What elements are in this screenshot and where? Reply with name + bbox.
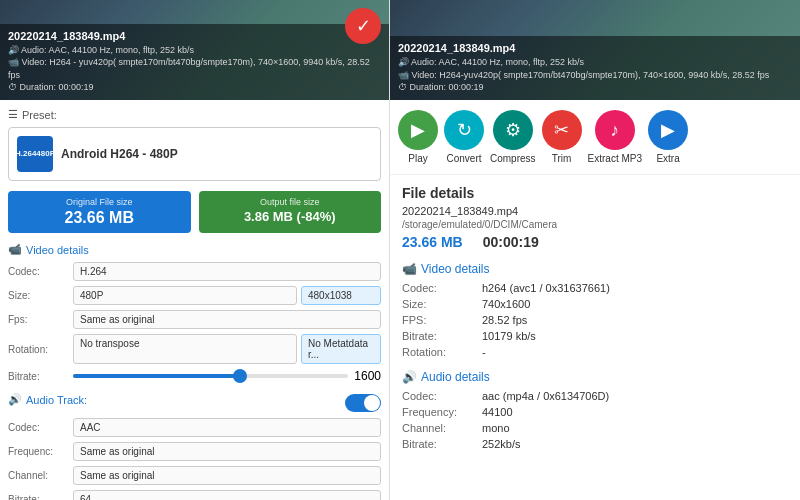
- right-speaker-icon: 🔊: [402, 370, 417, 384]
- action-bar: ▶ Play ↻ Convert ⚙ Compress ✂ Trim ♪ Ext…: [390, 100, 800, 175]
- right-content: File details 20220214_183849.mp4 /storag…: [390, 175, 800, 500]
- convert-icon: ↻: [444, 110, 484, 150]
- right-size-row: Size: 740x1600: [402, 298, 788, 310]
- right-thumbnail-overlay: 20220214_183849.mp4 🔊 Audio: AAC, 44100 …: [390, 36, 800, 100]
- audio-toggle[interactable]: [345, 394, 381, 412]
- codec-label: Codec:: [8, 266, 73, 277]
- right-codec-label: Codec:: [402, 282, 482, 294]
- left-thumbnail: 20220214_183849.mp4 🔊 Audio: AAC, 44100 …: [0, 0, 389, 100]
- size-input-1[interactable]: 480P: [73, 286, 297, 305]
- left-video-title: 20220214_183849.mp4: [8, 30, 381, 42]
- audio-freq-label: Frequenc:: [8, 446, 73, 457]
- right-audio-detail-table: Codec: aac (mp4a / 0x6134706D) Frequency…: [402, 390, 788, 450]
- convert-button[interactable]: ↻ Convert: [444, 110, 484, 164]
- size-row: Original File size 23.66 MB Output file …: [8, 191, 381, 233]
- speaker-icon: 🔊: [8, 393, 22, 406]
- play-icon: ▶: [398, 110, 438, 150]
- size-input-2[interactable]: 480x1038: [301, 286, 381, 305]
- audio-channel-value: Same as original: [73, 466, 381, 485]
- compress-icon: ⚙: [493, 110, 533, 150]
- right-rotation-row: Rotation: -: [402, 346, 788, 358]
- original-size-value: 23.66 MB: [18, 209, 181, 227]
- preset-box[interactable]: H.264 480P Android H264 - 480P: [8, 127, 381, 181]
- right-audio-bitrate-label: Bitrate:: [402, 438, 482, 450]
- video-details-title: 📹 Video details: [8, 243, 381, 256]
- right-video-title: 20220214_183849.mp4: [398, 42, 792, 54]
- right-audio-details-title: 🔊 Audio details: [402, 370, 788, 384]
- preset-name: Android H264 - 480P: [61, 147, 178, 161]
- camera-icon: 📹: [8, 243, 22, 256]
- compress-label: Compress: [490, 153, 536, 164]
- rotation-input-2[interactable]: No Metatdata r...: [301, 334, 381, 364]
- toggle-knob: [364, 395, 380, 411]
- confirm-button[interactable]: ✓: [345, 8, 381, 44]
- right-audio-channel-label: Channel:: [402, 422, 482, 434]
- play-button[interactable]: ▶ Play: [398, 110, 438, 164]
- rotation-input-row: No transpose No Metatdata r...: [73, 334, 381, 364]
- bitrate-slider-thumb[interactable]: [233, 369, 247, 383]
- right-rotation-label: Rotation:: [402, 346, 482, 358]
- output-size-value: 3.86 MB (-84%): [209, 209, 372, 224]
- original-size-box: Original File size 23.66 MB: [8, 191, 191, 233]
- compress-button[interactable]: ⚙ Compress: [490, 110, 536, 164]
- file-name: 20220214_183849.mp4: [402, 205, 788, 217]
- video-detail-table: Codec: H.264 Size: 480P 480x1038 Fps: Sa…: [8, 262, 381, 383]
- audio-freq-input[interactable]: Same as original: [73, 442, 381, 461]
- audio-section: 🔊 Audio Track: Codec: AAC Frequenc:: [8, 393, 381, 500]
- rotation-input-1[interactable]: No transpose: [73, 334, 297, 364]
- bitrate-value: 1600: [73, 369, 381, 383]
- extra-button[interactable]: ▶ Extra: [648, 110, 688, 164]
- size-input-row: 480P 480x1038: [73, 286, 381, 305]
- right-bitrate-label: Bitrate:: [402, 330, 482, 342]
- right-thumbnail: 20220214_183849.mp4 🔊 Audio: AAC, 44100 …: [390, 0, 800, 100]
- right-video-detail-table: Codec: h264 (avc1 / 0x31637661) Size: 74…: [402, 282, 788, 358]
- fps-label: Fps:: [8, 314, 73, 325]
- fps-input[interactable]: Same as original: [73, 310, 381, 329]
- play-label: Play: [408, 153, 427, 164]
- audio-freq-row: Frequenc: Same as original: [8, 442, 381, 461]
- bitrate-slider-row: 1600: [73, 369, 381, 383]
- right-audio-codec-row: Codec: aac (mp4a / 0x6134706D): [402, 390, 788, 402]
- bitrate-label: Bitrate:: [8, 371, 73, 382]
- right-video-meta-video: 📹 Video: H264-yuv420p( smpte170m/bt470bg…: [398, 69, 792, 82]
- right-codec-row: Codec: h264 (avc1 / 0x31637661): [402, 282, 788, 294]
- size-label: Size:: [8, 290, 73, 301]
- audio-channel-input[interactable]: Same as original: [73, 466, 381, 485]
- right-rotation-value: -: [482, 346, 486, 358]
- left-video-meta-audio: 🔊 Audio: AAC, 44100 Hz, mono, fltp, 252 …: [8, 44, 381, 57]
- extract-mp3-button[interactable]: ♪ Extract MP3: [588, 110, 642, 164]
- preset-label: ☰ Preset:: [8, 108, 381, 121]
- output-size-label: Output file size: [209, 197, 372, 207]
- right-audio-bitrate-value: 252kb/s: [482, 438, 521, 450]
- left-panel: 20220214_183849.mp4 🔊 Audio: AAC, 44100 …: [0, 0, 390, 500]
- right-fps-row: FPS: 28.52 fps: [402, 314, 788, 326]
- audio-bitrate-input[interactable]: 64: [73, 490, 381, 500]
- right-audio-channel-row: Channel: mono: [402, 422, 788, 434]
- codec-row: Codec: H.264: [8, 262, 381, 281]
- menu-icon: ☰: [8, 108, 18, 121]
- audio-track-title: 🔊 Audio Track:: [8, 393, 87, 406]
- bitrate-row: Bitrate: 1600: [8, 369, 381, 383]
- left-thumbnail-overlay: 20220214_183849.mp4 🔊 Audio: AAC, 44100 …: [0, 24, 389, 100]
- file-duration: 00:00:19: [483, 234, 539, 250]
- trim-button[interactable]: ✂ Trim: [542, 110, 582, 164]
- trim-icon: ✂: [542, 110, 582, 150]
- right-size-label: Size:: [402, 298, 482, 310]
- output-size-box: Output file size 3.86 MB (-84%): [199, 191, 382, 233]
- right-panel: 20220214_183849.mp4 🔊 Audio: AAC, 44100 …: [390, 0, 800, 500]
- fps-row: Fps: Same as original: [8, 310, 381, 329]
- trim-label: Trim: [552, 153, 572, 164]
- codec-value: H.264: [73, 262, 381, 281]
- audio-codec-row: Codec: AAC: [8, 418, 381, 437]
- right-video-meta-audio: 🔊 Audio: AAC, 44100 Hz, mono, fltp, 252 …: [398, 56, 792, 69]
- audio-freq-value: Same as original: [73, 442, 381, 461]
- file-stats: 23.66 MB 00:00:19: [402, 234, 788, 250]
- right-size-value: 740x1600: [482, 298, 530, 310]
- codec-input[interactable]: H.264: [73, 262, 381, 281]
- right-fps-label: FPS:: [402, 314, 482, 326]
- bitrate-value-label: 1600: [354, 369, 381, 383]
- bitrate-slider-track[interactable]: [73, 374, 348, 378]
- right-bitrate-value: 10179 kb/s: [482, 330, 536, 342]
- audio-codec-input[interactable]: AAC: [73, 418, 381, 437]
- extra-icon: ▶: [648, 110, 688, 150]
